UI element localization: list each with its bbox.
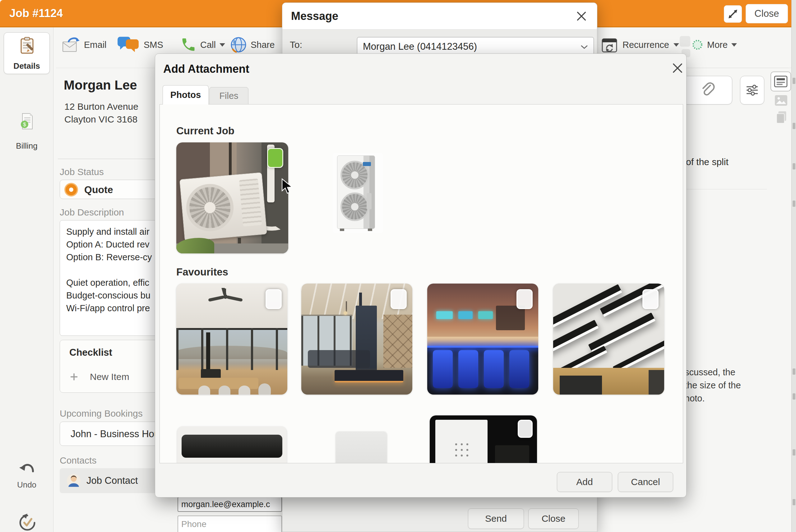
globe-icon [230, 36, 247, 53]
note-settings-button[interactable] [740, 76, 764, 104]
contact-role-label: Job Contact [87, 475, 138, 486]
attach-file-button[interactable] [683, 76, 732, 104]
note-paragraph-fragment: scussed, the the size of the hoto. [685, 366, 741, 405]
tab-files-label: Files [219, 91, 238, 101]
job-status-value: Quote [84, 184, 113, 195]
billing-invoice-icon: $ [19, 113, 35, 130]
add-attachment-dialog: Add Attachment Photos Files Current Job [155, 54, 686, 497]
recipient-value: Morgan Lee (0414123456) [363, 41, 477, 52]
quote-status-icon [64, 183, 78, 196]
hidden-icon-fragment [680, 36, 690, 46]
job-close-button[interactable]: Close [746, 4, 788, 23]
job-close-label: Close [754, 8, 779, 19]
dark-appliance-image [182, 435, 282, 458]
photo-checkbox-checked[interactable] [267, 148, 283, 168]
notes-divider-mid [686, 189, 767, 189]
send-label: Send [485, 513, 507, 524]
note-text-fragment: of the split [686, 157, 728, 167]
message-close-label: Close [542, 513, 566, 524]
photo-outdoor-ac-installed[interactable] [176, 142, 288, 253]
message-close-button[interactable]: Close [528, 508, 579, 529]
sidebar-item-details[interactable]: Details [4, 32, 50, 74]
note-card-icon [774, 76, 788, 88]
photo-dark-appliance-partial[interactable] [177, 426, 287, 463]
sms-button[interactable]: SMS [116, 33, 175, 57]
new-item-label: New Item [90, 372, 129, 382]
photo-checkbox[interactable] [642, 289, 659, 309]
select-chevron-icon [581, 45, 588, 49]
share-button[interactable]: Share [230, 33, 286, 57]
undo-label: Undo [4, 480, 50, 490]
controller-panel-image [435, 420, 488, 463]
attachment-cancel-button[interactable]: Cancel [618, 472, 673, 492]
sidebar-billing-label: Billing [4, 141, 50, 151]
expand-button[interactable] [724, 5, 742, 23]
email-button[interactable]: Email [62, 33, 121, 57]
paperclip-icon [700, 81, 715, 99]
attachment-cancel-label: Cancel [631, 477, 660, 487]
sidebar-item-billing[interactable]: $ Billing [4, 111, 50, 154]
photo-kitchen-blue-led[interactable] [427, 284, 538, 395]
photo-dining-room-fireplace[interactable] [301, 284, 412, 395]
customer-address: 12 Burton Avenue Clayton VIC 3168 [64, 100, 138, 126]
sidebar-details-label: Details [4, 61, 50, 71]
note-type-selected-button[interactable] [771, 72, 791, 91]
photo-checkbox[interactable] [516, 289, 533, 309]
photos-panel: Current Job [159, 104, 683, 463]
sliders-icon [745, 84, 759, 96]
details-clipboard-icon [18, 36, 36, 54]
attachment-add-label: Add [576, 477, 593, 487]
sms-bubbles-icon [116, 36, 140, 54]
screen: Job #1124 Close [0, 0, 796, 532]
to-label: To: [290, 39, 302, 50]
job-title: Job #1124 [9, 7, 63, 20]
tab-photos[interactable]: Photos [163, 85, 209, 104]
call-button[interactable]: Call [181, 33, 233, 57]
sms-label: SMS [144, 40, 163, 50]
attachment-close-icon[interactable] [672, 62, 684, 74]
photo-wall-controller-partial[interactable] [430, 415, 537, 463]
job-description-label: Job Description [60, 207, 124, 217]
recurrence-button[interactable]: Recurrence [601, 33, 675, 57]
recipient-select[interactable]: Morgan Lee (0414123456) [357, 37, 594, 55]
message-dialog-header: Message [282, 3, 597, 30]
share-label: Share [251, 40, 274, 50]
plus-icon [69, 372, 79, 381]
more-button[interactable]: More [691, 33, 744, 57]
contact-phone-input[interactable] [177, 515, 282, 532]
photo-outdoor-ac-product[interactable] [333, 153, 383, 233]
photo-checkbox[interactable] [391, 289, 407, 309]
section-current-job: Current Job [176, 125, 234, 137]
contact-email-input[interactable] [177, 497, 282, 512]
email-icon [62, 36, 80, 53]
message-close-icon[interactable] [576, 11, 587, 22]
photo-living-room-ceiling-fan[interactable] [176, 284, 287, 395]
recurrence-calendar-icon [601, 36, 618, 54]
phone-icon [181, 37, 196, 53]
more-caret-icon [731, 43, 737, 46]
photo-note-icon[interactable] [774, 95, 788, 106]
controller-dot-grid [453, 441, 470, 458]
background-window-strip [791, 0, 796, 532]
sidebar-item-saved: Saved [4, 512, 50, 532]
more-label: More [707, 40, 727, 50]
email-label: Email [84, 40, 107, 50]
send-button[interactable]: Send [468, 508, 524, 529]
photo-outdoor-ac-product-image [333, 153, 383, 233]
sidebar-item-undo[interactable]: Undo [4, 460, 50, 497]
photo-checkbox[interactable] [518, 420, 533, 438]
tab-files[interactable]: Files [209, 87, 248, 104]
undo-icon [19, 461, 36, 477]
attachment-add-button[interactable]: Add [557, 472, 612, 492]
contact-avatar [67, 474, 81, 488]
photo-geometric-led-ceiling[interactable] [553, 284, 664, 395]
copy-note-icon[interactable] [775, 110, 788, 125]
call-label: Call [200, 40, 216, 50]
left-sidebar: Details $ Billing [0, 27, 54, 532]
photo-light-grey-partial[interactable] [336, 432, 387, 463]
ceiling-fan-icon [205, 288, 246, 310]
saved-sync-check-icon [18, 513, 37, 532]
photo-checkbox[interactable] [266, 289, 282, 309]
more-green-dot-icon [691, 39, 703, 51]
checklist-title: Checklist [69, 347, 112, 358]
